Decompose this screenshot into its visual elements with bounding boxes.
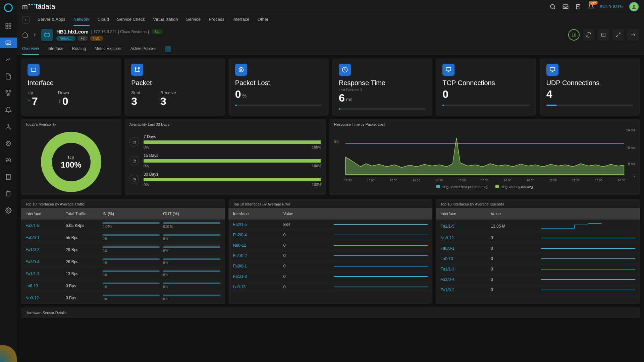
- svg-point-28: [135, 71, 136, 72]
- interface-link[interactable]: Fa2/0-4: [440, 277, 491, 282]
- svg-rect-7: [8, 95, 9, 96]
- interface-link[interactable]: Lo0-13: [440, 256, 491, 261]
- notifications-icon[interactable]: 99+: [588, 3, 594, 10]
- device-name: HB1.hb1.com: [56, 29, 89, 35]
- table-row: Fa2/0-40: [228, 230, 433, 240]
- interface-link[interactable]: Fa2/1-5: [440, 224, 491, 229]
- dashboard-content: Interface Up↑7 Down↓0 Packet Sent3 Recei…: [17, 55, 644, 362]
- nav-topology-icon[interactable]: [0, 88, 17, 99]
- expand-nav-icon[interactable]: ›: [22, 16, 30, 23]
- topnav-server-apps[interactable]: Server & Apps: [38, 13, 65, 26]
- interface-link[interactable]: Fa1/1-3: [233, 274, 283, 279]
- stat-packet: Packet Sent3 Receive3: [124, 58, 225, 116]
- tag-more[interactable]: +2: [77, 36, 88, 41]
- decor-blob: [0, 345, 17, 362]
- table-row: Fa2/1-513.85 M: [436, 220, 640, 233]
- topnav-service-check[interactable]: Service Check: [117, 13, 145, 26]
- add-tab-button[interactable]: +: [165, 46, 171, 52]
- subtab-overview[interactable]: Overview: [22, 43, 39, 55]
- svg-point-27: [139, 67, 140, 68]
- user-avatar[interactable]: [629, 2, 639, 11]
- nav-hierarchy-icon[interactable]: [0, 121, 17, 132]
- nav-monitoring-icon[interactable]: [0, 38, 17, 48]
- alert-count[interactable]: 18: [568, 29, 580, 41]
- nav-discovery-icon[interactable]: [0, 155, 17, 166]
- nav-reports-icon[interactable]: [0, 172, 17, 182]
- interface-link[interactable]: Nu0-12: [440, 236, 491, 240]
- interface-link[interactable]: Fa1/1-3: [25, 272, 66, 276]
- brand-wordmark: mtadata: [22, 3, 55, 10]
- subtab-routing[interactable]: Routing: [72, 43, 86, 55]
- interface-link[interactable]: Fa1/1-3: [440, 267, 491, 272]
- nav-alerts-icon[interactable]: [0, 105, 17, 115]
- tag-network[interactable]: Netwo...: [56, 36, 75, 41]
- nav-clipboard-icon[interactable]: [0, 188, 17, 199]
- svg-point-10: [10, 128, 11, 129]
- svg-rect-6: [9, 91, 11, 92]
- table-row: Fa0/0-10: [228, 261, 433, 272]
- gauge-icon: ◔: [129, 137, 139, 146]
- stat-tcp: TCP Connections 0: [436, 58, 536, 116]
- collapse-button[interactable]: [627, 29, 639, 41]
- interface-link[interactable]: Fa1/0-2: [233, 253, 283, 258]
- table-row: Fa0/0-10: [436, 243, 640, 254]
- svg-rect-25: [31, 68, 36, 71]
- topnav-other[interactable]: Other: [258, 13, 269, 26]
- nav-automation-icon[interactable]: [0, 138, 17, 149]
- table-row: Fa2/0-40: [436, 275, 640, 285]
- packet-icon: [131, 64, 143, 76]
- interface-link[interactable]: Fa1/0-2: [440, 288, 491, 292]
- packet-lost-bar: [235, 105, 322, 106]
- stat-response-time: Response Time Lost Packets: 0 6ms: [332, 58, 432, 116]
- interface-link[interactable]: Nu0-12: [233, 243, 283, 248]
- table-row: Fa2/1-5884: [228, 220, 433, 230]
- interface-link[interactable]: Fa0/0-1: [440, 246, 491, 251]
- interface-link[interactable]: Fa1/0-2: [25, 247, 66, 252]
- svg-rect-1: [9, 24, 11, 26]
- interface-link[interactable]: Fa2/0-4: [233, 233, 283, 237]
- export-button[interactable]: [598, 29, 609, 41]
- refresh-button[interactable]: [583, 29, 594, 41]
- clock-icon: [339, 64, 351, 76]
- svg-point-14: [8, 159, 11, 161]
- topnav-interface[interactable]: Interface: [232, 13, 250, 26]
- nav-settings-icon[interactable]: [0, 205, 17, 216]
- gauge-icon: ◔: [129, 156, 139, 165]
- availability-donut: Up100%: [41, 132, 101, 192]
- nav-document-icon[interactable]: [0, 71, 17, 82]
- topnav-process[interactable]: Process: [209, 13, 224, 26]
- table-row: Fa1/1-30: [228, 272, 433, 282]
- subtab-interface[interactable]: Interface: [48, 43, 63, 55]
- interface-link[interactable]: Fa0/0-1: [233, 264, 283, 268]
- svg-point-19: [550, 4, 554, 8]
- subtab-metric-explorer[interactable]: Metric Explorer: [95, 43, 122, 55]
- topnav-service[interactable]: Service: [186, 13, 201, 26]
- topnav-network[interactable]: Network: [73, 13, 90, 26]
- chevron-right-icon[interactable]: [32, 32, 38, 38]
- tasks-icon[interactable]: [575, 3, 582, 10]
- errors-table-head: Interface Value: [228, 208, 433, 220]
- interface-link[interactable]: Fa0/0-1: [25, 235, 66, 240]
- svg-point-22: [633, 5, 635, 6]
- topnav-virtualization[interactable]: Virtualization: [153, 13, 178, 26]
- interface-link[interactable]: Fa2/1-5: [25, 223, 66, 228]
- tag-hb[interactable]: HB1: [90, 36, 103, 41]
- inbox-icon[interactable]: [562, 3, 569, 10]
- subtab-active-policies[interactable]: Active Policies: [130, 43, 156, 55]
- interface-link[interactable]: Lo0-13: [233, 285, 283, 289]
- fullscreen-button[interactable]: [612, 29, 624, 41]
- interface-link[interactable]: Nu0-12: [25, 296, 66, 300]
- table-row: Fa0/0-155 Bps0%0%: [21, 232, 225, 244]
- home-icon[interactable]: [22, 32, 28, 38]
- nav-apps-icon[interactable]: [0, 21, 17, 32]
- interface-link[interactable]: Fa2/1-5: [233, 222, 283, 227]
- interface-link[interactable]: Lo0-13: [25, 284, 66, 288]
- availability-row: ◔15 Days0%100%: [129, 153, 321, 168]
- topnav-cloud[interactable]: Cloud: [98, 13, 109, 26]
- interface-link[interactable]: Fa2/0-4: [25, 259, 66, 264]
- table-row: Fa1/0-20: [228, 251, 433, 261]
- search-icon[interactable]: [549, 3, 556, 10]
- table-row: Fa1/0-229 Bps0%0%: [21, 244, 225, 256]
- build-label: BUILD: 8247c: [600, 5, 623, 9]
- nav-analytics-icon[interactable]: [0, 54, 17, 65]
